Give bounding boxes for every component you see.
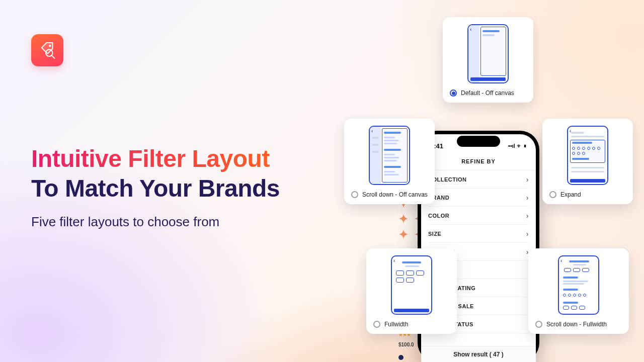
chevron-right-icon: › — [526, 212, 529, 220]
layout-thumb-expand: ‹ — [567, 126, 608, 185]
status-icons: ••ıl ᯤ ▮ — [508, 143, 527, 149]
layout-option-fullwidth[interactable]: ‹ Fullwidth — [366, 248, 457, 334]
headline-line-1: Intuitive Filter Layout — [31, 146, 363, 172]
refine-title: REFINE BY — [421, 158, 536, 164]
layout-thumb-fullwidth: ‹ — [391, 255, 432, 315]
svg-point-0 — [49, 45, 51, 47]
layout-option-label: Default - Off canvas — [461, 89, 514, 97]
filter-label: SIZE — [428, 231, 441, 237]
show-result-label: Show result ( 47 ) — [453, 351, 503, 358]
headline-line-2: To Match Your Brands — [31, 175, 363, 202]
radio-unselected-icon[interactable] — [373, 321, 380, 328]
app-logo — [31, 34, 63, 66]
phone-notch — [457, 136, 500, 147]
chevron-right-icon: › — [526, 230, 529, 238]
layout-thumb-default: ‹ — [467, 24, 509, 83]
layout-option-expand[interactable]: ‹ Expand — [542, 119, 633, 204]
radio-unselected-icon[interactable] — [535, 321, 542, 328]
filter-row-size[interactable]: SIZE› — [428, 225, 529, 243]
hero-subhead: Five filter layouts to choose from — [31, 214, 363, 230]
layout-thumb-scroll-off: ‹ — [369, 126, 410, 185]
filter-row-brand[interactable]: BRAND› — [428, 189, 529, 207]
filter-label: COLOR — [428, 213, 449, 219]
layout-option-scroll-fullwidth[interactable]: ‹ Scroll down - Fullwidth — [528, 248, 629, 334]
layout-option-default[interactable]: ‹ Default - Off canvas — [443, 17, 533, 103]
filter-row-collection[interactable]: COLLECTION› — [428, 170, 529, 189]
layout-thumb-scroll-fullwidth: ‹ — [558, 255, 599, 315]
radio-unselected-icon[interactable] — [549, 191, 556, 198]
layout-option-scroll-off-canvas[interactable]: ‹ Scroll down - Off canvas — [344, 119, 435, 204]
radio-unselected-icon[interactable] — [351, 191, 358, 198]
layout-option-label: Scroll down - Fullwidth — [546, 321, 607, 328]
peek-swatch — [398, 355, 404, 360]
refine-header: ✕ REFINE BY — [421, 152, 536, 170]
layout-option-label: Expand — [560, 191, 581, 198]
chevron-right-icon: › — [526, 175, 529, 184]
chevron-right-icon: › — [526, 194, 529, 202]
layout-option-label: Scroll down - Off canvas — [362, 191, 428, 198]
hero-copy: Intuitive Filter Layout To Match Your Br… — [31, 146, 363, 230]
filter-row-color[interactable]: COLOR› — [428, 207, 529, 225]
layout-option-label: Fullwidth — [384, 321, 408, 328]
tag-search-icon — [38, 41, 56, 59]
show-result-button[interactable]: Show result ( 47 ) — [421, 346, 536, 362]
radio-selected-icon[interactable] — [450, 89, 457, 97]
